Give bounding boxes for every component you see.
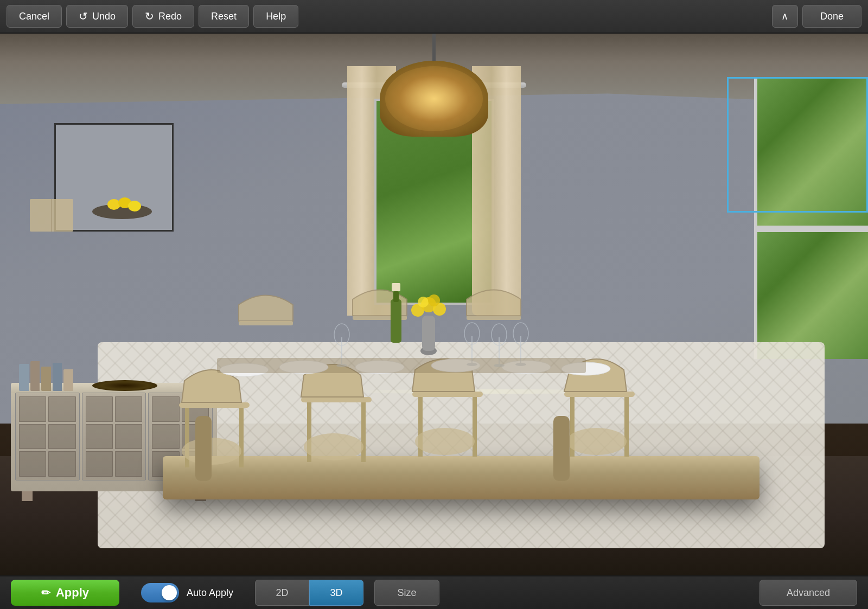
auto-apply-label: Auto Apply [187,587,233,599]
done-label: Done [820,11,844,22]
chandelier-body [380,61,488,137]
bottom-toolbar: ✏ Apply Auto Apply 2D 3D Size Advanced [0,575,868,609]
apply-icon: ✏ [41,586,50,599]
apply-label: Apply [56,586,89,600]
door-pane [19,396,46,422]
door-pane [48,424,75,450]
picture-frame [54,123,174,232]
door-pane [86,451,113,477]
view-2d-label: 2D [276,587,289,599]
door-pane [182,424,209,450]
help-button[interactable]: Help [253,5,298,28]
top-toolbar: Cancel ↺ Undo ↻ Redo Reset Help ∧ Done [0,0,868,34]
book [63,369,73,391]
door-pane [86,424,113,450]
view-3d-label: 3D [330,587,343,599]
done-button[interactable]: Done [802,5,861,28]
chandelier-chain [432,34,436,61]
undo-icon: ↺ [79,10,88,23]
view-2d-button[interactable]: 2D [255,580,309,606]
reset-label: Reset [211,11,237,22]
door-pane [152,396,179,422]
advanced-label: Advanced [787,587,830,599]
door-pane [48,396,75,422]
selection-box [727,77,868,213]
redo-label: Redo [158,11,182,22]
cancel-label: Cancel [19,11,49,22]
window-lower-right [754,229,868,359]
size-button[interactable]: Size [374,580,439,606]
chandelier-glow [385,66,483,131]
book [53,363,62,391]
table-glare [328,389,648,394]
chandelier [380,34,488,137]
book [41,367,51,391]
sideboard-door-center [82,393,146,480]
scene-viewport[interactable] [0,34,868,575]
sideboard-leg [22,491,33,501]
fruit-bowl [92,380,157,391]
door-pane [48,451,75,477]
undo-button[interactable]: ↺ Undo [66,5,128,28]
door-pane [115,396,142,422]
auto-apply-toggle[interactable] [141,583,179,602]
dining-table [163,456,760,499]
apply-button[interactable]: ✏ Apply [11,580,119,606]
view-toggle-group: 2D 3D [255,580,363,606]
auto-apply-group: Auto Apply [141,583,233,602]
collapse-button[interactable]: ∧ [772,5,798,28]
door-pane [182,396,209,422]
door-pane [19,424,46,450]
reset-button[interactable]: Reset [199,5,249,28]
toggle-knob [162,585,177,600]
sideboard-door-left [15,393,80,480]
size-label: Size [398,587,417,598]
door-pane [115,424,142,450]
view-3d-button[interactable]: 3D [309,580,363,606]
door-pane [152,424,179,450]
door-pane [86,396,113,422]
books-decor [19,358,73,391]
undo-label: Undo [92,11,116,22]
book [30,361,40,391]
advanced-button[interactable]: Advanced [760,580,857,606]
door-pane [19,451,46,477]
door-pane [115,451,142,477]
book [19,364,29,391]
chevron-up-icon: ∧ [781,10,788,22]
redo-icon: ↻ [145,10,154,23]
help-label: Help [266,11,286,22]
redo-button[interactable]: ↻ Redo [132,5,194,28]
cancel-button[interactable]: Cancel [7,5,62,28]
